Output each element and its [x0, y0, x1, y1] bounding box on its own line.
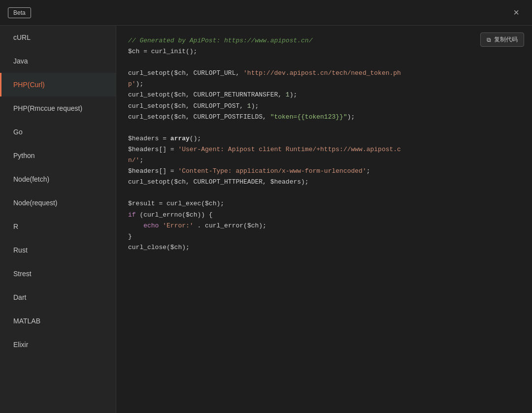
sidebar-item-python[interactable]: Python [0, 144, 116, 167]
sidebar-item-r[interactable]: R [0, 215, 116, 238]
sidebar-item-curl[interactable]: cURL [0, 26, 116, 49]
sidebar-item-matlab[interactable]: MATLAB [0, 309, 116, 333]
copy-label: 复制代码 [494, 35, 518, 44]
copy-code-button[interactable]: ⧉ 复制代码 [480, 32, 524, 47]
beta-badge: Beta [8, 7, 31, 18]
sidebar-item-node-request[interactable]: Node(request) [0, 191, 116, 215]
sidebar-item-node-fetch[interactable]: Node(fetch) [0, 167, 116, 191]
sidebar-item-elixir[interactable]: Elixir [0, 333, 116, 356]
top-bar: Beta × [0, 0, 532, 26]
code-content: // Generated by ApiPost: https://www.api… [128, 35, 520, 253]
sidebar-item-php-rmccue[interactable]: PHP(Rmccue request) [0, 96, 116, 120]
sidebar-item-go[interactable]: Go [0, 120, 116, 144]
sidebar-item-java[interactable]: Java [0, 49, 116, 73]
copy-icon: ⧉ [487, 36, 491, 43]
sidebar-item-php-curl[interactable]: PHP(Curl) [0, 73, 116, 96]
sidebar-item-strest[interactable]: Strest [0, 262, 116, 286]
sidebar-item-rust[interactable]: Rust [0, 238, 116, 262]
sidebar: cURLJavaPHP(Curl)PHP(Rmccue request)GoPy… [0, 26, 116, 413]
main-layout: cURLJavaPHP(Curl)PHP(Rmccue request)GoPy… [0, 26, 532, 413]
code-panel: ⧉ 复制代码 // Generated by ApiPost: https://… [116, 26, 532, 413]
sidebar-item-dart[interactable]: Dart [0, 286, 116, 309]
close-button[interactable]: × [508, 5, 524, 21]
